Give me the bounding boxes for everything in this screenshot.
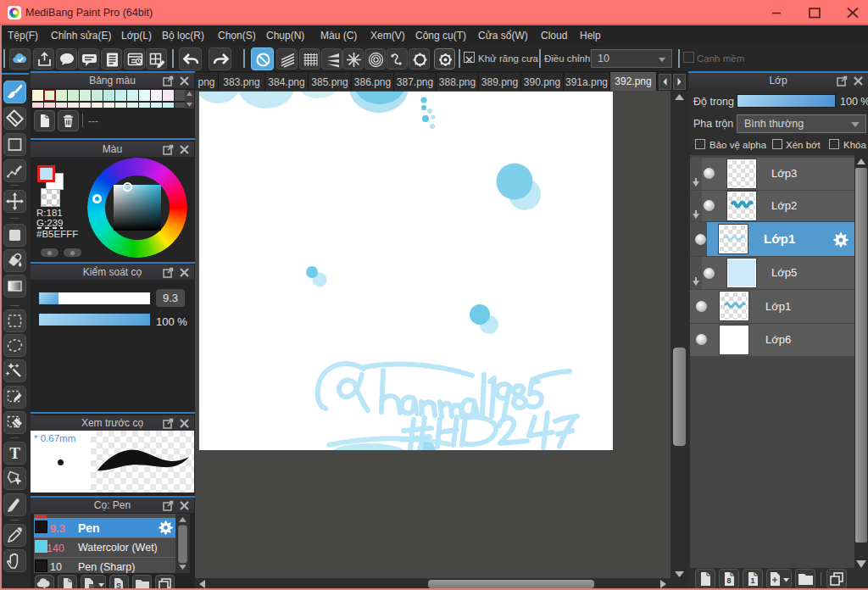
svg-text:1: 1 [750, 576, 754, 585]
svg-text:8: 8 [726, 576, 731, 585]
svg-text:T: T [9, 444, 20, 462]
